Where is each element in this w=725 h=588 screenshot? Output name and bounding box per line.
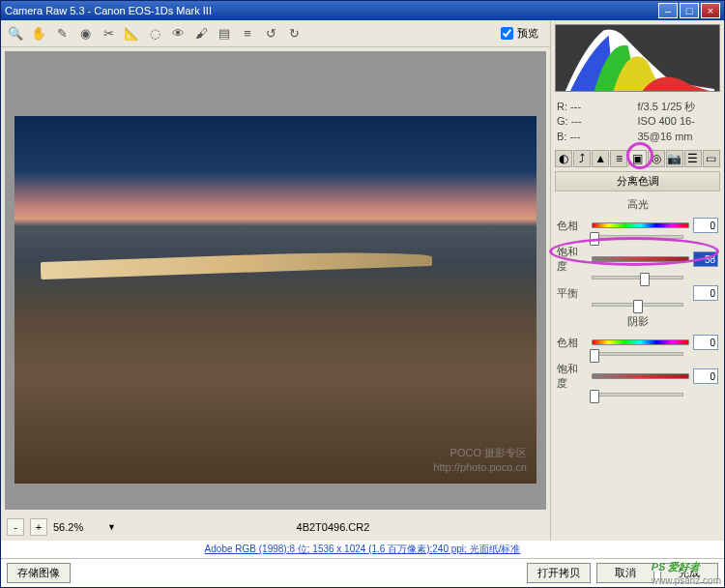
adjustment-brush-icon[interactable]: 🖌	[190, 23, 212, 44]
profile-link[interactable]: Adobe RGB (1998);8 位; 1536 x 1024 (1.6 百…	[1, 541, 724, 558]
site-watermark: PS 爱好者 www.psahz.com	[652, 555, 721, 586]
titlebar: Camera Raw 5.3 - Canon EOS-1Ds Mark III …	[1, 1, 724, 20]
watermark: POCO 摄影专区 http://photo.poco.cn	[433, 446, 527, 474]
g-value: G: ---	[557, 114, 638, 129]
panel-title: 分离色调	[555, 171, 720, 191]
sh-sat-value[interactable]	[693, 368, 718, 384]
zoom-out-button[interactable]: -	[7, 518, 24, 536]
shadows-title: 阴影	[551, 310, 724, 333]
sh-sat-thumb-track[interactable]	[592, 393, 683, 397]
color-sampler-icon[interactable]: ◉	[74, 23, 96, 44]
preview-label: 预览	[517, 26, 538, 41]
minimize-button[interactable]: –	[658, 3, 678, 18]
iso-value: ISO 400 16-35@16 mm	[638, 114, 719, 144]
tab-detail[interactable]: ▲	[592, 150, 609, 167]
tab-curve[interactable]: ⤴	[573, 150, 591, 167]
hl-hue-value[interactable]	[693, 218, 718, 233]
sh-hue-value[interactable]	[693, 335, 718, 350]
image-preview-area[interactable]: POCO 摄影专区 http://photo.poco.cn	[5, 51, 546, 510]
zoom-in-button[interactable]: +	[30, 518, 47, 536]
hl-sat-label: 饱和度	[557, 245, 588, 274]
graduated-filter-icon[interactable]: ▤	[214, 23, 235, 44]
filename: 4B2T0496.CR2	[122, 517, 544, 537]
tab-hsl[interactable]: ≡	[610, 150, 627, 167]
sh-hue-slider[interactable]	[592, 339, 689, 345]
sh-hue-thumb-track[interactable]	[592, 352, 683, 356]
hl-hue-label: 色相	[557, 219, 588, 233]
preview-checkbox[interactable]: 预览	[501, 26, 546, 41]
tab-basic[interactable]: ◐	[555, 150, 572, 167]
window-title: Camera Raw 5.3 - Canon EOS-1Ds Mark III	[5, 5, 656, 16]
r-value: R: ---	[557, 100, 638, 114]
spot-removal-icon[interactable]: ◌	[144, 23, 165, 44]
hl-hue-thumb-track[interactable]	[592, 235, 683, 239]
balance-label: 平衡	[557, 286, 588, 301]
toolbar: 🔍 ✋ ✎ ◉ ✂ 📐 ◌ 👁 🖌 ▤ ≡ ↺ ↻ 预览	[1, 20, 550, 47]
tab-lens[interactable]: ◎	[648, 150, 665, 167]
tab-split-toning[interactable]: ▣	[628, 150, 646, 167]
maximize-button[interactable]: □	[680, 3, 699, 18]
hand-icon[interactable]: ✋	[28, 23, 49, 44]
sh-sat-slider[interactable]	[592, 373, 689, 379]
aperture-value: f/3.5 1/25 秒	[638, 100, 719, 114]
balance-value[interactable]	[693, 285, 718, 301]
sh-sat-label: 饱和度	[557, 362, 588, 391]
balance-thumb-track[interactable]	[592, 303, 683, 307]
hl-hue-slider[interactable]	[592, 222, 689, 228]
cancel-button[interactable]: 取消	[596, 563, 654, 583]
hl-sat-slider[interactable]	[592, 256, 689, 262]
crop-icon[interactable]: ✂	[98, 23, 119, 44]
eyedropper-icon[interactable]: ✎	[51, 23, 72, 44]
open-button[interactable]: 打开拷贝	[527, 563, 591, 583]
close-button[interactable]: ×	[701, 3, 720, 18]
tab-camera[interactable]: 📷	[666, 150, 683, 167]
save-button[interactable]: 存储图像	[7, 563, 71, 583]
rotate-cw-icon[interactable]: ↻	[283, 23, 304, 44]
redeye-icon[interactable]: 👁	[167, 23, 188, 44]
preview-check-input[interactable]	[501, 27, 513, 40]
histogram	[555, 24, 720, 92]
open-preferences-icon[interactable]: ≡	[237, 23, 258, 44]
straighten-icon[interactable]: 📐	[121, 23, 142, 44]
panel-tabs: ◐ ⤴ ▲ ≡ ▣ ◎ 📷 ☰ ▭	[551, 148, 724, 169]
hl-sat-thumb-track[interactable]	[592, 276, 683, 279]
photo-preview: POCO 摄影专区 http://photo.poco.cn	[14, 116, 536, 484]
hl-sat-value[interactable]	[693, 251, 718, 267]
tab-presets[interactable]: ☰	[684, 150, 702, 167]
rotate-ccw-icon[interactable]: ↺	[260, 23, 281, 44]
zoom-level[interactable]: 56.2%	[53, 521, 102, 533]
zoom-icon[interactable]: 🔍	[5, 23, 26, 44]
info-readout: R: --- G: --- B: --- f/3.5 1/25 秒 ISO 40…	[551, 96, 724, 148]
sh-hue-label: 色相	[557, 336, 588, 350]
b-value: B: ---	[557, 130, 638, 144]
tab-snapshots[interactable]: ▭	[703, 150, 720, 167]
highlights-title: 高光	[551, 193, 724, 216]
